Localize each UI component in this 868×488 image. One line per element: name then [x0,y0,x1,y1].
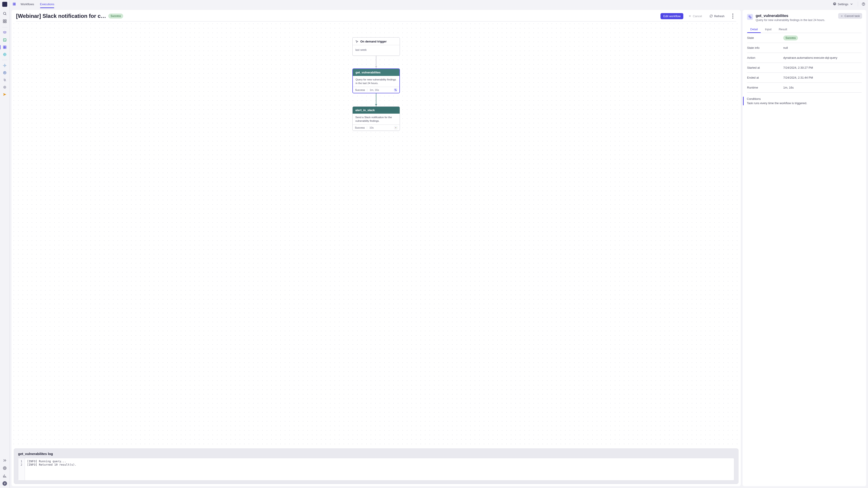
task-node-desc: Query for new vulnerability findings in … [353,76,399,87]
side-app-2[interactable] [2,37,8,43]
svg-point-25 [733,13,733,14]
side-fav-4[interactable] [2,84,8,90]
task-node-status: Success [355,89,365,91]
apps-grid-icon[interactable] [2,18,8,24]
svg-point-22 [834,4,835,4]
side-fav-3[interactable] [2,77,8,83]
task-node-title: alert_in_slack [352,107,400,113]
conditions-title: Conditions [747,97,858,101]
svg-rect-4 [5,22,6,23]
svg-point-17 [4,467,5,469]
gear-icon [833,2,836,6]
svg-rect-6 [3,46,4,47]
tab-executions[interactable]: Executions [38,0,57,8]
kv-value: 7/24/2024, 2:30:27 PM [783,66,813,69]
kv-value: 1m, 16s [783,86,794,89]
app-switcher-icon[interactable] [11,1,17,7]
task-node-duration: 1m, 16s [367,89,379,91]
svg-rect-30 [395,128,396,128]
detail-subtitle: Query for new vulnerability findings in … [756,19,825,22]
svg-point-15 [4,87,5,88]
avatar[interactable]: V [2,480,8,487]
close-icon [840,15,843,18]
svg-point-11 [4,65,5,66]
detail-title: get_vulnerabilites [756,13,825,18]
brand-logo[interactable] [2,2,7,7]
slack-icon [394,126,397,129]
svg-rect-33 [396,128,396,128]
kv-value: dynatrace.automations:execute-dql-query [783,56,837,59]
trigger-node[interactable]: On demand trigger last week [352,37,400,56]
kv-key: Ended at [747,76,783,79]
svg-point-13 [4,72,5,73]
log-panel: get_vulnerabilites log 12 [INFO] Running… [14,449,739,484]
settings-label: Settings [838,2,848,6]
svg-rect-35 [750,17,751,18]
task-node-duration: 10s [367,126,374,129]
tab-detail[interactable]: Detail [747,26,761,33]
left-rail: V [0,0,10,488]
workflow-canvas[interactable]: On demand trigger last week get_vulnerab… [11,22,741,447]
task-node-desc: Send a Slack notification for the vulner… [352,113,400,125]
tab-result[interactable]: Result [776,26,790,33]
search-button[interactable] [2,10,8,17]
task-detail-panel: get_vulnerabilites Query for new vulnera… [743,10,866,486]
side-app-1[interactable] [2,30,8,36]
log-title: get_vulnerabilites log [18,452,734,456]
svg-rect-32 [396,128,397,128]
svg-point-14 [4,79,5,80]
cancel-button: Cancel [686,13,705,19]
kv-key: State info [747,46,783,50]
more-menu-button[interactable] [730,13,736,20]
help-button[interactable] [861,1,866,7]
tab-input[interactable]: Input [762,26,775,33]
cancel-task-button: Cancel task [838,13,862,19]
svg-point-27 [733,18,733,19]
tab-workflows[interactable]: Workflows [18,0,36,8]
svg-rect-20 [13,4,14,5]
workflow-title: [Webinar] Slack notification for c… [16,13,106,19]
svg-rect-28 [395,89,396,90]
svg-point-26 [733,15,733,17]
expand-rail-icon[interactable] [2,457,8,464]
refresh-icon [710,14,713,18]
side-fav-5[interactable] [2,91,8,98]
trigger-title: On demand trigger [360,40,386,43]
close-icon [688,14,691,18]
svg-rect-9 [5,47,6,48]
svg-rect-18 [13,3,14,4]
chevron-down-icon [850,2,853,6]
help-icon[interactable] [2,465,8,471]
svg-point-16 [3,466,6,470]
kv-key: Action [747,56,783,59]
refresh-button[interactable]: Refresh [707,13,727,19]
svg-rect-19 [14,3,16,4]
top-bar: Workflows Executions Settings [10,0,868,8]
svg-point-0 [3,12,6,15]
task-node-title: get_vulnerabilites [353,69,399,76]
cursor-icon [355,40,359,43]
settings-button[interactable]: Settings [831,1,855,7]
side-app-4[interactable] [2,51,8,58]
svg-rect-2 [5,20,6,21]
kv-value: null [783,46,788,50]
kv-key: Started at [747,66,783,69]
svg-rect-7 [5,46,6,47]
log-code[interactable]: 12 [INFO] Running query... [INFO] Return… [18,458,734,481]
log-lines: [INFO] Running query... [INFO] Returned … [25,458,79,480]
svg-rect-21 [14,4,16,5]
workflow-action-icon [394,88,397,92]
task-node-alert-in-slack[interactable]: alert_in_slack Send a Slack notification… [352,106,400,131]
side-fav-1[interactable] [2,62,8,69]
task-type-icon [747,14,753,20]
kv-key: Runtime [747,86,783,89]
side-app-workflows[interactable] [2,44,8,51]
side-fav-2[interactable] [2,70,8,76]
svg-point-12 [3,71,6,74]
log-gutter: 12 [18,458,25,480]
state-badge: Success [783,35,798,40]
analytics-icon[interactable] [2,473,8,479]
task-node-get-vulnerabilites[interactable]: get_vulnerabilites Query for new vulnera… [352,68,400,93]
edit-workflow-button[interactable]: Edit workflow [660,13,683,19]
task-node-status: Success [355,126,365,129]
